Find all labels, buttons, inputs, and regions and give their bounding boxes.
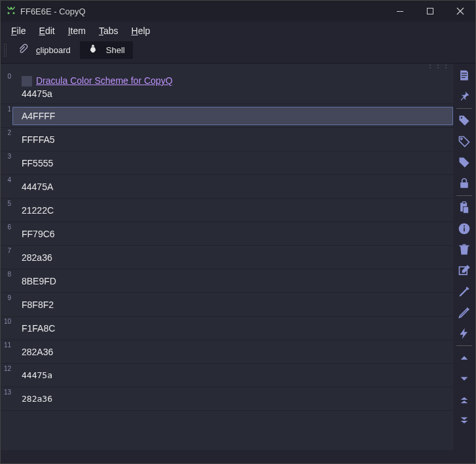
- item-index: 2: [1, 128, 12, 136]
- color-swatch: [22, 76, 32, 87]
- svg-point-7: [461, 138, 462, 140]
- svg-point-5: [93, 47, 94, 47]
- svg-point-4: [92, 47, 92, 47]
- side-toolbar: [453, 64, 475, 450]
- toolbar-grip[interactable]: [3, 43, 7, 58]
- item-list: ⋮⋮⋮ 0Dracula Color Scheme for CopyQ44475…: [1, 64, 453, 450]
- minimize-button[interactable]: [385, 1, 415, 22]
- list-item[interactable]: 10F1FA8C: [1, 317, 453, 340]
- svg-rect-3: [428, 9, 433, 14]
- separator: [456, 108, 472, 109]
- svg-point-0: [8, 12, 10, 14]
- item-index: 9: [1, 293, 12, 301]
- bolt-icon[interactable]: [455, 324, 473, 343]
- list-item[interactable]: 2FFFFA5: [1, 128, 453, 151]
- list-item[interactable]: 88BE9FD: [1, 269, 453, 293]
- tab-bar: clipboard Shell: [1, 40, 475, 64]
- app-icon: [6, 5, 16, 18]
- list-item[interactable]: 3FF5555: [1, 151, 453, 175]
- item-content: 8BE9FD: [12, 272, 453, 290]
- menu-item[interactable]: Item: [62, 23, 92, 39]
- svg-rect-16: [463, 244, 466, 246]
- linux-icon: [88, 44, 102, 56]
- item-content: FF79C6: [12, 225, 453, 243]
- item-index: 13: [1, 387, 12, 396]
- item-content: 44475a: [12, 366, 453, 384]
- tab-clipboard[interactable]: clipboard: [10, 41, 79, 59]
- item-content: F1FA8C: [12, 319, 453, 338]
- tab-shell-label: Shell: [106, 45, 125, 55]
- item-index: 7: [1, 246, 12, 254]
- menu-bar: File Edit Item Tabs Help: [1, 22, 475, 40]
- item-index: 4: [1, 175, 12, 184]
- item-link[interactable]: Dracula Color Scheme for CopyQ: [36, 75, 173, 86]
- svg-point-1: [13, 12, 15, 14]
- list-item[interactable]: 7282a36: [1, 246, 453, 269]
- item-content: A4FFFF: [12, 107, 453, 125]
- list-item[interactable]: 0Dracula Color Scheme for CopyQ44475a: [1, 69, 453, 104]
- list-item[interactable]: 1244475a: [1, 364, 453, 387]
- item-index: 3: [1, 151, 12, 160]
- separator: [456, 195, 472, 196]
- list-item[interactable]: 13282a36: [1, 387, 453, 411]
- item-content: 282A36: [12, 343, 453, 361]
- svg-rect-8: [460, 182, 468, 187]
- item-index: 1: [1, 104, 12, 113]
- list-item[interactable]: 521222C: [1, 199, 453, 222]
- item-content: 282a36: [12, 248, 453, 267]
- info-icon[interactable]: [455, 219, 473, 239]
- item-content: 44475A: [12, 178, 453, 196]
- svg-point-6: [461, 117, 463, 119]
- menu-tabs[interactable]: Tabs: [92, 23, 125, 39]
- menu-help[interactable]: Help: [125, 23, 157, 39]
- close-button[interactable]: [445, 1, 475, 22]
- item-content: FF5555: [12, 154, 453, 172]
- move-bottom-icon[interactable]: [455, 411, 473, 431]
- svg-rect-2: [397, 11, 403, 12]
- trash-icon[interactable]: [455, 240, 473, 260]
- pencil-outline-icon[interactable]: [455, 303, 473, 322]
- item-content: Dracula Color Scheme for CopyQ44475a: [12, 71, 453, 103]
- item-index: 5: [1, 199, 12, 207]
- tag-outline-icon[interactable]: [455, 132, 473, 151]
- pin-icon[interactable]: [455, 87, 473, 106]
- move-up-icon[interactable]: [455, 348, 473, 368]
- move-down-icon[interactable]: [455, 369, 473, 389]
- pencil-filled-icon[interactable]: [455, 282, 473, 301]
- list-grip[interactable]: ⋮⋮⋮: [1, 64, 453, 69]
- svg-point-14: [464, 225, 465, 227]
- status-bar: [1, 450, 475, 463]
- item-subtext: 44475a: [22, 88, 444, 99]
- edit-box-icon[interactable]: [455, 261, 473, 280]
- item-index: 11: [1, 340, 12, 349]
- tag-solid-icon[interactable]: [455, 153, 473, 172]
- item-content: F8F8F2: [12, 296, 453, 314]
- item-index: 8: [1, 269, 12, 278]
- menu-edit[interactable]: Edit: [33, 23, 62, 39]
- svg-rect-15: [460, 245, 469, 246]
- maximize-button[interactable]: [415, 1, 445, 22]
- tag-icon[interactable]: [455, 111, 473, 130]
- separator: [456, 345, 472, 346]
- svg-rect-10: [463, 202, 466, 204]
- list-item[interactable]: 444475A: [1, 175, 453, 199]
- move-top-icon[interactable]: [455, 390, 473, 410]
- list-item[interactable]: 11282A36: [1, 340, 453, 364]
- list-item[interactable]: 1A4FFFF: [1, 104, 453, 128]
- svg-rect-11: [463, 206, 468, 213]
- item-content: 21222C: [12, 201, 453, 220]
- paperclip-icon: [18, 44, 32, 56]
- item-index: 10: [1, 317, 12, 325]
- svg-rect-13: [464, 227, 465, 231]
- title-bar: FF6E6E - CopyQ: [1, 1, 475, 22]
- item-index: 0: [1, 71, 12, 80]
- tab-shell[interactable]: Shell: [80, 41, 133, 59]
- menu-file[interactable]: File: [5, 23, 33, 39]
- item-content: FFFFA5: [12, 130, 453, 149]
- list-item[interactable]: 6FF79C6: [1, 222, 453, 246]
- paste-icon[interactable]: [455, 198, 473, 218]
- note-icon[interactable]: [455, 66, 473, 85]
- item-index: 6: [1, 222, 12, 231]
- list-item[interactable]: 9F8F8F2: [1, 293, 453, 317]
- lock-icon[interactable]: [455, 174, 473, 193]
